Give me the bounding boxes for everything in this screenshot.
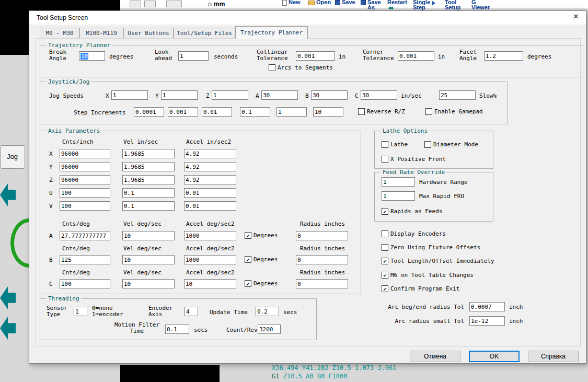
toolbar-item-tool-setup[interactable]: Tool Setup: [445, 0, 461, 10]
axis-c-accel-input[interactable]: [184, 279, 236, 288]
axis-y-accel-input[interactable]: [184, 162, 236, 171]
axis-a-accel-input[interactable]: [184, 231, 236, 240]
jog-panel[interactable]: Jog: [0, 145, 25, 169]
checkbox-m6-tool-table[interactable]: M6 on Tool Table Changes: [382, 272, 474, 279]
tab-user-buttons[interactable]: User Buttons: [123, 28, 174, 38]
help-button[interactable]: Справка: [528, 351, 579, 362]
jog-left-arrow-button[interactable]: [0, 286, 16, 309]
toolbar-item-save-as[interactable]: Save As: [361, 0, 381, 10]
axis-b-radius-input[interactable]: [296, 255, 348, 264]
max-rapid-fro-input[interactable]: [382, 191, 415, 201]
axis-v-vel-input[interactable]: [122, 201, 175, 211]
sensor-type-input[interactable]: [74, 307, 87, 316]
checkbox-reverse-rz[interactable]: Reverse R/Z: [358, 108, 405, 115]
axis-z-cnts-input[interactable]: [60, 175, 110, 184]
step-increment-input-6[interactable]: [313, 107, 343, 117]
arc-small-unit: inch: [509, 318, 523, 325]
toolbar-item-save[interactable]: Save: [335, 0, 355, 5]
jog-speed-b-input[interactable]: [311, 90, 348, 100]
slow-percent-input[interactable]: [439, 90, 476, 100]
toolbar-button[interactable]: [130, 1, 141, 7]
step-increment-input-3[interactable]: [202, 107, 232, 117]
facet-angle-input[interactable]: [484, 51, 523, 61]
axis-x-accel-input[interactable]: [184, 149, 236, 158]
toolbar-button[interactable]: [144, 1, 156, 7]
dro-panel-top: [0, 0, 120, 11]
jog-speed-c-input[interactable]: [361, 90, 397, 100]
checkbox-degrees-a[interactable]: Degrees: [245, 232, 278, 239]
tab-m0-m30[interactable]: M0 - M30: [40, 28, 79, 38]
column-header: Cnts/deg: [62, 270, 90, 276]
checkbox-tool-length-immediately[interactable]: Tool Length/Offset Immediately: [382, 258, 494, 264]
axis-y-cnts-input[interactable]: [60, 162, 110, 171]
axis-c-radius-input[interactable]: [296, 279, 348, 288]
checkbox-confirm-exit[interactable]: Confirm Program Exit: [382, 285, 459, 292]
checkbox-enable-gamepad[interactable]: Enable Gamepad: [425, 108, 483, 115]
count-rev-input[interactable]: [258, 325, 281, 334]
tab-m100-m119[interactable]: M100-M119: [79, 28, 123, 38]
cancel-button[interactable]: Отмена: [410, 351, 460, 362]
checkbox-arcs-to-segments[interactable]: Arcs to Segments: [269, 64, 333, 71]
arc-beg-end-input[interactable]: [469, 302, 505, 311]
axis-v-cnts-input[interactable]: [60, 201, 110, 211]
toolbar-item-open[interactable]: Open: [308, 0, 331, 5]
checkbox-degrees-c[interactable]: Degrees: [245, 280, 278, 287]
close-icon[interactable]: ✕: [570, 13, 582, 22]
encoder-axis-input[interactable]: [185, 307, 198, 316]
axis-c-vel-input[interactable]: [122, 279, 175, 288]
corner-tolerance-input[interactable]: [398, 51, 434, 61]
jog-speed-y-input[interactable]: [161, 90, 198, 100]
axis-x-cnts-input[interactable]: [60, 149, 110, 158]
tab-trajectory-planner[interactable]: Trajectory Planner: [235, 26, 308, 39]
tab-tool-setup-files[interactable]: Tool/Setup Files: [174, 28, 235, 38]
step-increment-input-2[interactable]: [168, 107, 198, 117]
toolbar-item-g-viewer[interactable]: G Viewer: [471, 0, 490, 10]
toolbar-item-new[interactable]: New: [282, 0, 301, 6]
jog-left-arrow-button[interactable]: [0, 183, 16, 206]
checkbox-box: [424, 141, 431, 148]
axis-u-vel-input[interactable]: [122, 188, 175, 198]
toolbar-button[interactable]: [166, 1, 182, 7]
toolbar-item-single-step[interactable]: Single Step: [413, 0, 435, 10]
checkbox-zero-fixture-offsets[interactable]: Zero Using Fixture Offsets: [382, 244, 480, 251]
jog-speed-a-input[interactable]: [261, 90, 298, 100]
jog-speed-x-input[interactable]: [111, 90, 148, 100]
checkbox-x-positive-front[interactable]: X Positive Front: [382, 156, 446, 163]
rewind-icon[interactable]: ◀◀: [388, 5, 392, 10]
collinear-tolerance-input[interactable]: [296, 51, 335, 61]
jog-left-arrow-button[interactable]: [0, 317, 16, 340]
motion-filter-input[interactable]: [165, 325, 189, 334]
axis-y-vel-input[interactable]: [122, 162, 175, 171]
axis-u-cnts-input[interactable]: [60, 188, 110, 198]
arc-small-input[interactable]: [469, 316, 505, 326]
axis-c-cnts-input[interactable]: [60, 279, 110, 288]
step-increment-input-5[interactable]: [276, 107, 307, 117]
axis-u-accel-input[interactable]: [184, 188, 236, 198]
jog-speed-z-input[interactable]: [212, 90, 248, 100]
axis-b-vel-input[interactable]: [122, 255, 175, 264]
checkbox-diameter-mode[interactable]: Diameter Mode: [424, 141, 478, 148]
step-increment-input-1[interactable]: [134, 107, 164, 117]
break-angle-input[interactable]: 10: [79, 51, 105, 61]
checkbox-lathe[interactable]: Lathe: [382, 141, 408, 148]
axis-b-accel-input[interactable]: [184, 255, 236, 264]
toolbar-item-restart[interactable]: Restart: [387, 0, 407, 5]
look-ahead-input[interactable]: [178, 51, 209, 61]
hardware-range-input[interactable]: [382, 177, 415, 187]
axis-v-accel-input[interactable]: [184, 201, 236, 211]
update-time-input[interactable]: [256, 307, 279, 316]
step-increment-input-4[interactable]: [240, 107, 270, 117]
axis-z-accel-input[interactable]: [184, 175, 236, 184]
axis-b-cnts-input[interactable]: [60, 255, 110, 264]
axis-a-cnts-input[interactable]: [60, 231, 110, 240]
units-mm-radio[interactable]: [208, 3, 212, 6]
checkbox-degrees-b[interactable]: Degrees: [245, 256, 278, 263]
axis-a-radius-input[interactable]: [296, 231, 348, 240]
axis-x-vel-input[interactable]: [122, 149, 175, 158]
checkbox-rapids-as-feeds[interactable]: Rapids as Feeds: [382, 208, 442, 215]
checkbox-display-encoders[interactable]: Display Encoders: [382, 230, 446, 237]
axis-z-vel-input[interactable]: [122, 175, 175, 184]
axis-a-vel-input[interactable]: [122, 231, 175, 240]
dialog-titlebar[interactable]: Tool Setup Screen ✕: [29, 11, 586, 25]
ok-button[interactable]: OK: [469, 351, 520, 362]
